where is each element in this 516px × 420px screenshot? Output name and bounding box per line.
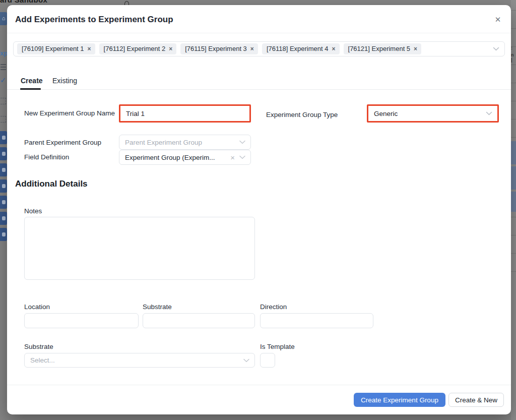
experiments-multiselect[interactable]: [76109] Experiment 1× [76112] Experiment…	[13, 41, 505, 56]
create-experiment-group-button[interactable]: Create Experiment Group	[354, 393, 445, 407]
location-input[interactable]	[24, 313, 139, 328]
parent-group-placeholder: Parent Experiment Group	[125, 139, 239, 146]
new-group-name-value: Trial 1	[120, 110, 249, 117]
is-template-checkbox[interactable]	[260, 353, 275, 368]
is-template-label: Is Template	[260, 341, 295, 352]
background-row-icon	[0, 163, 7, 176]
tag-label: [76112] Experiment 2	[104, 45, 166, 52]
new-group-name-input[interactable]: Trial 1	[119, 104, 251, 123]
tag-remove-icon[interactable]: ×	[332, 46, 336, 52]
direction-input[interactable]	[260, 313, 373, 328]
tag-remove-icon[interactable]: ×	[250, 46, 254, 52]
experiment-tag: [76121] Experiment 5×	[344, 43, 422, 54]
additional-details-heading: Additional Details	[15, 179, 88, 189]
background-row-icon	[0, 228, 7, 241]
chevron-down-icon	[493, 47, 499, 51]
tag-label: [76115] Experiment 3	[185, 45, 247, 52]
tag-remove-icon[interactable]: ×	[169, 46, 172, 52]
tag-label: [76121] Experiment 5	[348, 45, 411, 52]
background-flask-icon	[124, 1, 129, 5]
direction-label: Direction	[260, 302, 287, 313]
field-definition-label: Field Definition	[24, 152, 69, 163]
active-tab-underline	[20, 88, 41, 90]
background-left-strip: ⌂ xp ✓	[0, 5, 7, 414]
clipboard-icon	[1, 98, 6, 104]
footer-divider	[7, 385, 511, 385]
group-type-select[interactable]: Generic	[367, 104, 499, 123]
modal-title: Add Experiments to Experiment Group	[15, 15, 173, 25]
header-divider	[7, 33, 511, 33]
substrate-select-label: Substrate	[24, 341, 53, 352]
tag-label: [76118] Experiment 4	[267, 45, 329, 52]
tabs-divider	[7, 89, 511, 90]
substrate-label: Substrate	[143, 302, 172, 313]
clear-icon[interactable]: ×	[230, 154, 235, 161]
background-top-strip: ard Sandbox	[0, 0, 516, 5]
field-definition-value: Experiment Group (Experim...	[125, 154, 230, 161]
background-row-icon	[0, 147, 7, 160]
group-type-label: Experiment Group Type	[266, 109, 338, 121]
substrate-select-placeholder: Select...	[30, 356, 243, 364]
chevron-down-icon	[239, 140, 245, 144]
chevron-down-icon	[486, 111, 492, 115]
home-icon: ⌂	[0, 12, 7, 25]
background-page-title-fragment: ard Sandbox	[0, 0, 47, 4]
experiment-tag: [76115] Experiment 3×	[180, 43, 258, 54]
close-icon[interactable]: ✕	[492, 14, 504, 26]
experiment-tag: [76118] Experiment 4×	[262, 43, 340, 54]
clipboard-icon	[1, 116, 6, 123]
background-row-icon	[0, 131, 7, 144]
background-row-icon	[0, 212, 7, 225]
notes-textarea[interactable]	[24, 217, 255, 280]
background-nav-text-fragment: xp	[0, 49, 7, 57]
tag-remove-icon[interactable]: ×	[88, 46, 91, 52]
substrate-select[interactable]: Select...	[24, 353, 255, 368]
tag-remove-icon[interactable]: ×	[414, 46, 417, 52]
background-row-icon	[0, 196, 7, 209]
location-label: Location	[24, 302, 50, 313]
background-right-strip: : n |	[511, 0, 516, 420]
tag-label: [76109] Experiment 1	[22, 45, 84, 52]
background-row-icon	[0, 179, 7, 193]
tab-existing[interactable]: Existing	[52, 77, 77, 85]
add-experiments-modal: Add Experiments to Experiment Group ✕ [7…	[7, 5, 511, 414]
parent-group-label: Parent Experiment Group	[24, 137, 101, 148]
parent-group-select[interactable]: Parent Experiment Group	[119, 135, 251, 150]
check-icon: ✓	[0, 76, 7, 85]
experiment-tag: [76109] Experiment 1×	[17, 43, 95, 54]
field-definition-select[interactable]: Experiment Group (Experim... ×	[119, 150, 251, 165]
group-type-value: Generic	[368, 110, 486, 117]
new-group-name-label: New Experiment Group Name	[24, 108, 125, 119]
tab-create[interactable]: Create	[21, 77, 43, 85]
experiment-tag: [76112] Experiment 2×	[99, 43, 177, 54]
notes-label: Notes	[24, 206, 42, 217]
chevron-down-icon	[239, 155, 245, 159]
menu-lines-icon	[1, 64, 6, 72]
create-and-new-button[interactable]: Create & New	[448, 393, 504, 407]
substrate-input[interactable]	[143, 313, 255, 328]
chevron-down-icon	[243, 358, 249, 363]
